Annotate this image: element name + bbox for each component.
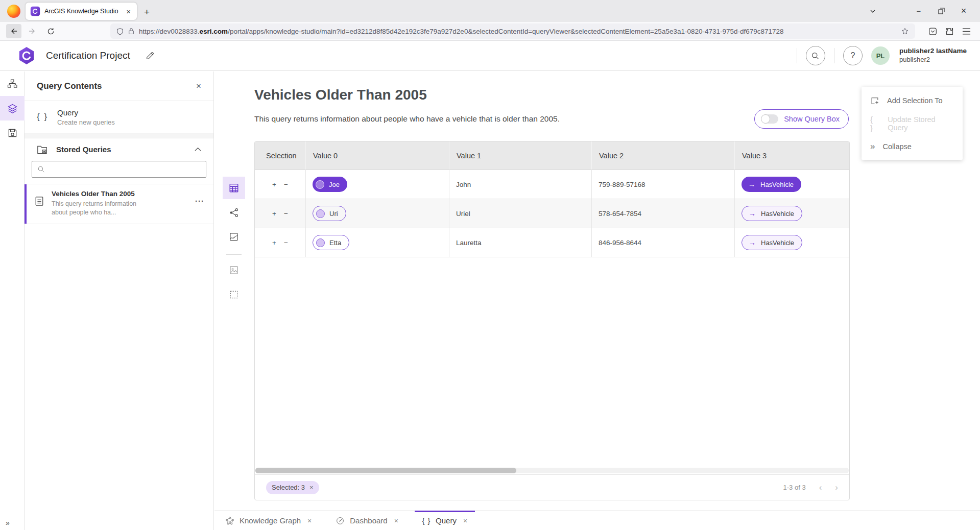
image-view-button[interactable] <box>223 259 245 281</box>
column-header[interactable]: Value 3 <box>735 141 849 170</box>
dashboard-gauge-icon <box>336 516 345 525</box>
browser-tab-title: ArcGIS Knowledge Studio <box>44 8 121 15</box>
column-header[interactable]: Value 1 <box>449 141 592 170</box>
query-item[interactable]: { } Query Create new queries <box>25 101 213 133</box>
remove-selection-icon[interactable]: − <box>284 239 288 247</box>
collapse-section-chevron-icon[interactable] <box>195 147 201 152</box>
add-selection-icon[interactable]: + <box>272 210 276 218</box>
menu-item-collapse[interactable]: » Collapse <box>862 135 963 158</box>
table-empty-space <box>255 257 849 468</box>
tab-dashboard[interactable]: Dashboard × <box>328 511 406 530</box>
add-selection-icon[interactable]: + <box>272 239 276 247</box>
selected-count-chip[interactable]: Selected: 3 × <box>266 481 319 494</box>
table-row[interactable]: + − Uri Uriel 578-654-7854 →HasVehicle <box>255 199 849 228</box>
stored-query-description: This query returns information about peo… <box>52 200 154 217</box>
stored-queries-search[interactable] <box>32 161 206 178</box>
cell-value[interactable]: Uriel <box>449 199 592 228</box>
entity-pill[interactable]: Uri <box>313 206 346 221</box>
add-selection-icon[interactable]: + <box>272 181 276 188</box>
column-header[interactable]: Selection <box>255 141 306 170</box>
firefox-icon[interactable] <box>7 5 20 18</box>
tab-close-icon[interactable]: × <box>463 517 467 525</box>
stored-queries-header[interactable]: Stored Queries <box>25 138 213 160</box>
menu-item-update-stored-query[interactable]: { } Update Stored Query <box>862 112 963 135</box>
cell-value[interactable]: 578-654-7854 <box>592 199 735 228</box>
column-header[interactable]: Value 0 <box>306 141 449 170</box>
table-row[interactable]: + − Joe John 759-889-57168 →HasVehicle <box>255 170 849 199</box>
rail-item-save[interactable] <box>0 121 25 145</box>
rail-item-data-model[interactable] <box>0 71 25 96</box>
tab-knowledge-graph[interactable]: Knowledge Graph × <box>218 511 319 530</box>
search-button[interactable] <box>806 46 825 65</box>
knowledge-graph-icon <box>225 516 234 525</box>
entity-pill[interactable]: Joe <box>313 177 347 192</box>
clear-selection-icon[interactable]: × <box>309 484 314 491</box>
next-page-icon[interactable]: › <box>835 483 838 493</box>
new-tab-button[interactable]: + <box>144 7 150 18</box>
edit-project-icon[interactable] <box>146 51 155 60</box>
tab-list-chevron-icon[interactable] <box>862 8 884 15</box>
extensions-icon[interactable] <box>945 27 954 36</box>
menu-item-add-selection-to[interactable]: Add Selection To <box>862 89 963 112</box>
show-query-box-toggle[interactable]: Show Query Box <box>754 109 849 129</box>
previous-page-icon[interactable]: ‹ <box>819 483 822 493</box>
stored-query-item[interactable]: Vehicles Older Than 2005 This query retu… <box>25 184 213 224</box>
search-input[interactable] <box>49 165 201 173</box>
pocket-icon[interactable] <box>928 27 937 36</box>
entity-dot-icon <box>316 180 324 189</box>
page-title: Vehicles Older Than 2005 <box>254 87 427 103</box>
relationship-pill[interactable]: →HasVehicle <box>742 206 802 221</box>
remove-selection-icon[interactable]: − <box>284 181 288 188</box>
window-minimize-button[interactable]: − <box>907 7 930 15</box>
query-contents-panel: Query Contents × { } Query Create new qu… <box>25 71 214 530</box>
menu-hamburger-icon[interactable] <box>962 28 971 35</box>
user-block[interactable]: publisher2 lastName publisher2 <box>899 47 967 64</box>
map-view-button[interactable] <box>223 226 245 248</box>
navbar-right-icons <box>923 27 974 36</box>
relationship-pill[interactable]: →HasVehicle <box>742 235 802 250</box>
remove-selection-icon[interactable]: − <box>284 210 288 218</box>
entity-dot-icon <box>316 209 325 218</box>
toggle-switch[interactable] <box>761 114 778 124</box>
tab-close-icon[interactable]: × <box>394 517 398 525</box>
window-restore-button[interactable] <box>930 8 952 14</box>
cell-value[interactable]: 759-889-57168 <box>592 170 735 199</box>
tab-close-icon[interactable]: × <box>307 517 312 525</box>
horizontal-scrollbar[interactable] <box>255 468 849 473</box>
view-toolbar <box>223 177 245 308</box>
panel-expand-icon[interactable]: » <box>0 519 25 527</box>
tracking-shield-icon[interactable] <box>116 28 124 35</box>
search-icon <box>37 165 45 173</box>
scrollbar-thumb[interactable] <box>255 468 516 473</box>
app-logo <box>18 46 35 65</box>
cell-value[interactable]: Lauretta <box>449 228 592 257</box>
select-view-button[interactable] <box>223 283 245 306</box>
column-header[interactable]: Value 2 <box>592 141 735 170</box>
browser-tab[interactable]: ArcGIS Knowledge Studio × <box>26 3 137 20</box>
cell-value[interactable]: 846-956-8644 <box>592 228 735 257</box>
relationship-pill[interactable]: →HasVehicle <box>742 177 801 192</box>
cell-value[interactable]: John <box>449 170 592 199</box>
link-chart-view-button[interactable] <box>223 201 245 224</box>
reload-button[interactable] <box>43 24 58 38</box>
table-view-button[interactable] <box>223 177 245 199</box>
bookmark-star-icon[interactable] <box>901 27 909 35</box>
window-close-button[interactable]: × <box>952 6 975 16</box>
back-button[interactable] <box>6 24 21 38</box>
browser-tab-strip: ArcGIS Knowledge Studio × + − × <box>0 0 980 22</box>
arcgis-app-icon <box>30 6 40 16</box>
double-chevron-right-icon: » <box>870 141 875 152</box>
tab-query[interactable]: { } Query × <box>415 511 475 530</box>
rail-item-contents[interactable] <box>0 96 25 121</box>
tab-close-icon[interactable]: × <box>125 7 132 16</box>
avatar[interactable]: PL <box>871 46 890 65</box>
entity-pill[interactable]: Etta <box>313 235 349 250</box>
lock-icon[interactable] <box>128 28 134 35</box>
table-row[interactable]: + − Etta Lauretta 846-956-8644 →HasVehic… <box>255 228 849 257</box>
more-options-icon[interactable]: ··· <box>195 197 204 205</box>
forward-button[interactable] <box>25 24 40 38</box>
help-button[interactable]: ? <box>843 46 863 65</box>
panel-close-icon[interactable]: × <box>196 81 201 91</box>
url-bar[interactable]: https://dev0028833.esri.com/portal/apps/… <box>110 23 915 39</box>
selection-context-menu: Add Selection To { } Update Stored Query… <box>862 87 963 160</box>
